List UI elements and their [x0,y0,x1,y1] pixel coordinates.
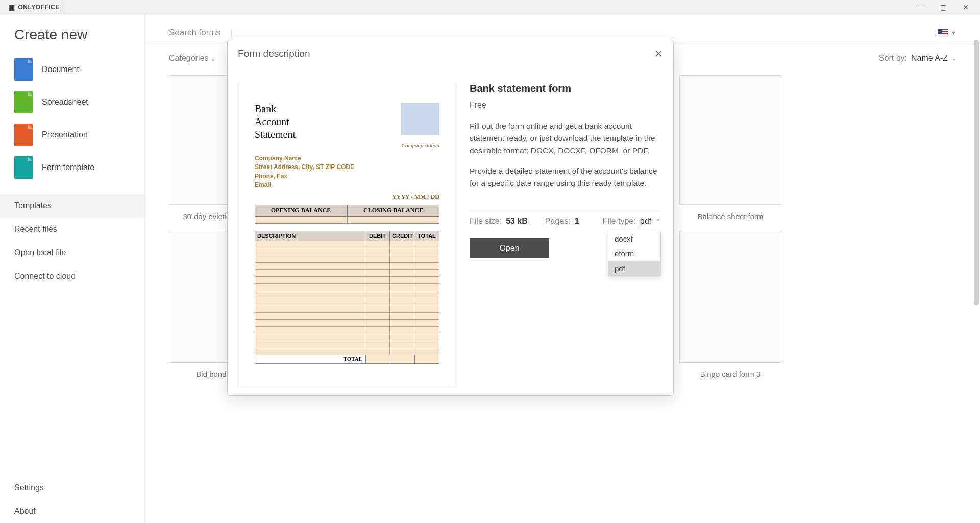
close-icon[interactable]: ✕ [654,47,663,60]
open-button[interactable]: Open [470,238,549,258]
chevron-up-icon: ⌃ [655,218,661,225]
sort-dropdown[interactable]: Sort by: Name A-Z ⌄ [879,54,957,63]
close-window-button[interactable]: ✕ [955,0,976,14]
preview-doc-title: Bank Account Statement [255,103,296,141]
create-label: Spreadsheet [42,98,88,107]
form-title: Bank statement form [470,83,661,94]
sidebar: Create new Document Spreadsheet Presenta… [0,14,144,523]
preview-date: YYYY / MM / DD [255,193,439,201]
template-card[interactable]: Bingo card form 3 [679,231,781,378]
app-logo: ▤ ONLYOFFICE [4,0,64,14]
create-label: Form template [42,163,94,172]
file-type-option-docxf[interactable]: docxf [608,231,660,246]
create-document[interactable]: Document [0,53,144,86]
maximize-button[interactable]: ▢ [933,0,953,14]
create-spreadsheet[interactable]: Spreadsheet [0,86,144,118]
chevron-down-icon: ▼ [951,30,957,36]
file-type-option-pdf[interactable]: pdf [608,261,660,276]
form-price: Free [470,101,661,110]
logo-icon: ▤ [8,3,15,11]
form-description-modal: Form description ✕ Bank Account Statemen… [227,40,674,396]
search-forms-label[interactable]: Search forms [169,28,220,38]
language-selector[interactable]: ▼ [938,29,957,36]
create-form-template[interactable]: Form template [0,151,144,184]
sidebar-item-templates[interactable]: Templates [0,194,144,218]
window-controls: — ▢ ✕ [911,0,976,14]
sidebar-item-settings[interactable]: Settings [0,476,144,500]
template-card[interactable]: Balance sheet form [679,75,781,221]
create-heading: Create new [0,27,144,53]
spreadsheet-icon [14,91,33,113]
file-type-selector[interactable]: File type: pdf ⌃ [603,217,661,226]
sidebar-item-recent-files[interactable]: Recent files [0,218,144,241]
form-template-icon [14,156,33,179]
titlebar: ▤ ONLYOFFICE — ▢ ✕ [0,0,980,14]
sidebar-item-about[interactable]: About [0,500,144,523]
preview-slogan: Company slogan [255,142,439,148]
create-label: Document [42,65,79,74]
form-description-2: Provide a detailed statement of the acco… [470,165,661,189]
form-preview: Bank Account Statement Company slogan Co… [240,83,454,388]
pages-count: Pages: 1 [545,217,579,226]
chevron-down-icon: ⌄ [211,56,215,62]
modal-title: Form description [238,48,310,59]
form-details: Bank statement form Free Fill out the fo… [470,83,661,388]
app-brand: ONLYOFFICE [18,4,60,11]
sidebar-item-open-local[interactable]: Open local file [0,241,144,265]
preview-balance-header: OPENING BALANCE CLOSING BALANCE [255,205,439,217]
minimize-button[interactable]: — [911,0,931,14]
document-icon [14,58,33,81]
sidebar-item-connect-cloud[interactable]: Connect to cloud [0,265,144,288]
scrollbar[interactable] [974,40,979,305]
create-presentation[interactable]: Presentation [0,118,144,151]
preview-logo-placeholder [401,103,439,135]
categories-dropdown[interactable]: Categories ⌄ [169,54,215,63]
file-size: File size: 53 kB [470,217,528,226]
form-description-1: Fill out the form online and get a bank … [470,120,661,157]
file-type-option-oform[interactable]: oform [608,246,660,261]
chevron-down-icon: ⌄ [952,55,957,62]
file-type-dropdown: docxf oform pdf [608,231,661,276]
template-label: Balance sheet form [679,212,781,221]
flag-icon [938,29,948,36]
create-label: Presentation [42,130,88,139]
preview-ledger: DESCRIPTION DEBIT CREDIT TOTAL [255,231,439,364]
preview-company-info: Company Name Street Address, City, ST ZI… [255,154,439,190]
presentation-icon [14,124,33,146]
